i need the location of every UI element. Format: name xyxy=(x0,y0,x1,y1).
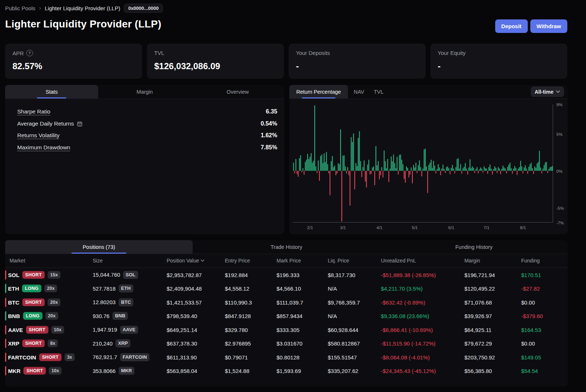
market-cell: XRP SHORT 8x xyxy=(8,340,58,347)
size-cell: 762,921.7 FARTCOIN xyxy=(93,353,149,361)
x-tick-label: 6/1 xyxy=(448,225,454,230)
sharpe-ratio-value: 6.35 xyxy=(266,108,277,115)
entry-price: $1,524.88 xyxy=(225,368,249,374)
tab-nav[interactable]: NAV xyxy=(348,85,370,98)
tab-positions[interactable]: Positions (73) xyxy=(5,240,193,254)
mark-price: $196.333 xyxy=(277,272,300,278)
y-tick-label: 9% xyxy=(556,102,563,107)
tab-funding-history[interactable]: Funding History xyxy=(380,240,568,254)
apr-card: APR ? 82.57% xyxy=(5,44,142,79)
mark-price: $3.031670 xyxy=(277,340,303,347)
leverage-badge: 10x xyxy=(51,326,64,333)
breadcrumb-chevron-icon: › xyxy=(39,5,41,11)
breadcrumb-public-pools-link[interactable]: Public Pools xyxy=(5,5,36,11)
size-unit-badge: AAVE xyxy=(120,326,138,334)
table-row[interactable]: AAVE SHORT 10x 1,947.919 AAVE $649,251.1… xyxy=(5,323,568,337)
tab-return-percentage[interactable]: Return Percentage xyxy=(289,85,348,98)
entry-price: $192.884 xyxy=(225,272,248,278)
col-liq-price[interactable]: Liq. Price xyxy=(328,258,349,264)
side-badge: LONG xyxy=(22,285,41,292)
market-cell: BNB LONG 20x xyxy=(8,312,58,320)
leverage-badge: 3x xyxy=(64,353,75,361)
col-funding[interactable]: Funding xyxy=(521,258,540,264)
margin-value: $39,926.97 xyxy=(464,313,492,319)
liq-price: $60,928.644 xyxy=(328,326,358,333)
table-row[interactable]: BNB LONG 20x 930.76 BNB $798,539.40 $847… xyxy=(5,309,568,323)
maximum-drawdown-value: 7.85% xyxy=(261,144,277,151)
margin-value: $120,495.22 xyxy=(464,285,495,292)
time-range-selector[interactable]: All-time xyxy=(531,86,564,97)
side-accent-bar xyxy=(5,366,6,376)
tab-margin[interactable]: Margin xyxy=(98,85,191,98)
returns-volatility-label[interactable]: Returns Volatility xyxy=(17,132,59,139)
col-margin[interactable]: Margin xyxy=(464,258,480,264)
market-symbol: BTC xyxy=(8,299,19,305)
apr-help-icon[interactable]: ? xyxy=(26,50,33,56)
market-cell: AAVE SHORT 10x xyxy=(8,326,64,333)
liq-price: $9,768,359.7 xyxy=(328,299,360,305)
unrealized-pnl: -$6,866.41 (-10.69%) xyxy=(381,326,433,333)
funding-value: -$27.82 xyxy=(521,285,540,292)
deposit-button[interactable]: Deposit xyxy=(495,19,528,33)
size-cell: 930.76 BNB xyxy=(93,312,128,320)
x-tick-label: 7/1 xyxy=(484,225,490,230)
liq-price: N/A xyxy=(328,313,337,319)
funding-value: -$379.60 xyxy=(521,313,543,319)
maximum-drawdown-label[interactable]: Maximum Drawdown xyxy=(17,144,70,151)
col-mark-price[interactable]: Mark Price xyxy=(277,258,301,264)
size-unit-badge: BTC xyxy=(119,298,134,306)
liq-price: N/A xyxy=(328,285,337,292)
entry-price: $329.780 xyxy=(225,326,248,333)
funding-value: $0.00 xyxy=(521,340,535,347)
returns-volatility-value: 1.62% xyxy=(261,132,277,139)
col-market[interactable]: Market xyxy=(10,258,25,264)
table-row[interactable]: BTC SHORT 20x 12.80203 BTC $1,421,533.57… xyxy=(5,295,568,309)
size-unit-badge: BNB xyxy=(112,312,128,320)
apr-label: APR ? xyxy=(12,50,33,56)
col-unrealized-pnl[interactable]: Unrealized PnL xyxy=(381,258,416,264)
side-accent-bar xyxy=(5,311,6,321)
leverage-badge: 20x xyxy=(45,312,58,320)
col-position-value[interactable]: Position Value xyxy=(167,258,204,264)
market-symbol: XRP xyxy=(8,340,19,347)
position-value: $611,313.90 xyxy=(167,354,197,360)
market-symbol: BNB xyxy=(8,313,20,319)
market-symbol: MKR xyxy=(8,368,21,374)
size-value: 353.8066 xyxy=(93,368,116,374)
y-tick-label: 0% xyxy=(556,169,563,173)
table-row[interactable]: FARTCOIN SHORT 3x 762,921.7 FARTCOIN $61… xyxy=(5,350,568,364)
y-tick-label: -7% xyxy=(556,221,564,225)
tab-tvl[interactable]: TVL xyxy=(370,85,387,98)
header-actions: Deposit Withdraw xyxy=(495,19,567,33)
returns-chart: 2/13/14/15/16/17/18/1 9%5%0%-5%-7% xyxy=(293,104,568,236)
table-row[interactable]: SOL SHORT 15x 15,044.760 SOL $2,953,782.… xyxy=(5,268,568,282)
breadcrumb: Public Pools › Lighter Liquidity Provide… xyxy=(5,4,163,13)
avg-daily-returns-value: 0.54% xyxy=(261,120,277,127)
positions-panel: Positions (73) Trade History Funding His… xyxy=(5,240,568,387)
size-unit-badge: ETH xyxy=(119,284,133,292)
returns-chart-plot[interactable] xyxy=(293,104,553,223)
entry-price: $4,558.12 xyxy=(225,285,249,292)
calendar-icon[interactable] xyxy=(77,121,82,127)
side-badge: SHORT xyxy=(23,367,46,375)
tab-trade-history[interactable]: Trade History xyxy=(193,240,380,254)
size-cell: 15,044.760 SOL xyxy=(93,271,138,279)
your-deposits-card: Your Deposits - xyxy=(289,44,426,79)
tab-stats[interactable]: Stats xyxy=(5,85,98,98)
sharpe-ratio-label[interactable]: Sharpe Ratio xyxy=(17,108,50,115)
withdraw-button[interactable]: Withdraw xyxy=(530,19,567,33)
table-row[interactable]: MKR SHORT 10x 353.8066 MKR $563,858.04 $… xyxy=(5,364,568,378)
side-badge: LONG xyxy=(23,312,42,320)
table-row[interactable]: XRP SHORT 8x 210,240 XRP $637,378.30 $2.… xyxy=(5,337,568,351)
stats-panel-tabbar: Stats Margin Overview xyxy=(5,85,284,99)
col-entry-price[interactable]: Entry Price xyxy=(225,258,250,264)
pool-address-badge[interactable]: 0x0000...0000 xyxy=(124,4,163,13)
tab-overview[interactable]: Overview xyxy=(191,85,284,98)
table-row[interactable]: ETH LONG 20x 527.7818 ETH $2,409,904.48 … xyxy=(5,282,568,296)
funding-value: $54.54 xyxy=(521,368,538,374)
leverage-badge: 15x xyxy=(48,271,60,279)
col-size[interactable]: Size xyxy=(93,258,103,264)
market-cell: FARTCOIN SHORT 3x xyxy=(8,353,75,361)
avg-daily-returns-label[interactable]: Average Daily Returns xyxy=(17,120,82,127)
unrealized-pnl: $4,211.70 (3.5%) xyxy=(381,285,423,292)
